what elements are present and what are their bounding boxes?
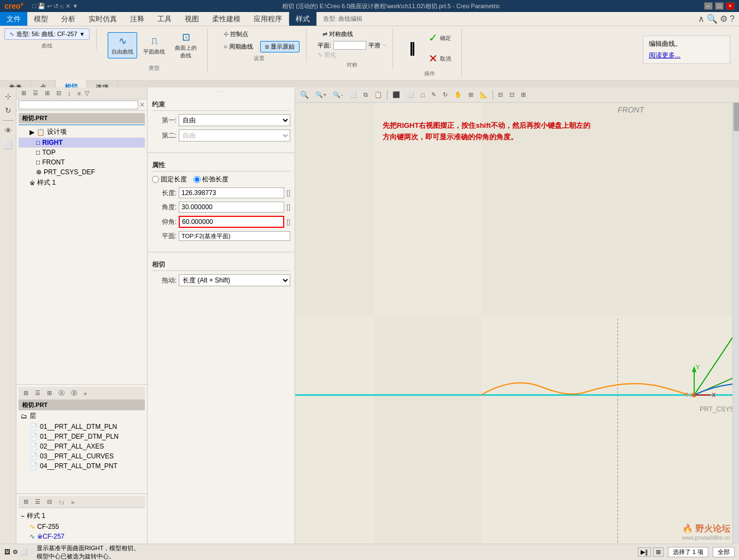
- layer-item-2[interactable]: 📄 01__PRT_DEF_DTM_PLN: [19, 432, 145, 441]
- menu-flexible[interactable]: 柔性建模: [206, 12, 247, 26]
- win-minimize[interactable]: ─: [704, 2, 713, 10]
- menu-view[interactable]: 视图: [178, 12, 206, 26]
- status-icon-3[interactable]: ⬜: [20, 549, 28, 556]
- win-close[interactable]: ✕: [726, 2, 735, 10]
- help-icon[interactable]: ?: [730, 14, 735, 24]
- vp-paste[interactable]: 📋: [372, 90, 385, 99]
- scrollbar-thumb[interactable]: [734, 98, 739, 131]
- layer-tb-grid[interactable]: ⊞: [44, 388, 55, 398]
- confirm-btn[interactable]: ✓ 确定: [425, 28, 455, 47]
- first-select[interactable]: 自由 法向 相切: [179, 114, 290, 126]
- layer-tree-header[interactable]: 相切.PRT: [19, 400, 145, 410]
- rotate-btn[interactable]: ↻: [2, 104, 15, 117]
- layer-item-3[interactable]: 📄 02__PRT_ALL_AXES: [19, 441, 145, 451]
- show-origin-btn[interactable]: ⧈ 显示原始: [260, 41, 300, 52]
- plane-curve-btn[interactable]: ⎍ 平面曲线: [139, 33, 169, 58]
- layer-tb-list[interactable]: ☰: [32, 388, 43, 398]
- tree-item-right[interactable]: □ RIGHT: [19, 138, 145, 148]
- menu-simulation[interactable]: 实时仿真: [82, 12, 124, 26]
- layer-item-1[interactable]: 📄 01__PRT_ALL_DTM_PLN: [19, 422, 145, 432]
- tree-item-design[interactable]: ▶ 📋 设计项: [19, 126, 145, 138]
- tree-tb-filter[interactable]: ⊟: [54, 89, 64, 98]
- vp-pan[interactable]: ✋: [451, 90, 465, 99]
- layer-tb-more[interactable]: »: [81, 389, 90, 398]
- model-tree-header[interactable]: 相切.PRT: [19, 113, 145, 123]
- surface-curve-btn[interactable]: ⊡ 曲面上的 曲线: [171, 28, 201, 62]
- cm-btn2[interactable]: ☰: [32, 497, 43, 506]
- cm-btn1[interactable]: ⊞: [21, 497, 31, 506]
- layer-section-label[interactable]: 🗂 层: [19, 410, 145, 422]
- status-btn-2[interactable]: ⊞: [653, 547, 664, 557]
- tree-item-prt-csys[interactable]: ⊕ PRT_CSYS_DEF: [19, 167, 145, 177]
- vp-ortho[interactable]: ⊞: [518, 90, 529, 99]
- pause-btn[interactable]: ‖: [404, 38, 420, 58]
- loose-length-radio-label[interactable]: 松弛长度: [193, 175, 228, 184]
- style-curve-label[interactable]: ~ 样式 1: [19, 510, 145, 522]
- control-point-btn[interactable]: ⊹ 控制点: [219, 28, 253, 40]
- window-controls[interactable]: ─ □ ✕: [704, 2, 735, 10]
- search-icon[interactable]: 🔍: [707, 14, 718, 24]
- status-btn-1[interactable]: ▶‖: [638, 547, 651, 557]
- vp-shade[interactable]: ⬛: [390, 90, 403, 99]
- win-maximize[interactable]: □: [715, 2, 724, 10]
- drag-select[interactable]: 长度 (Alt + Shift) 角度 仰角: [179, 274, 290, 286]
- tree-tb-expand[interactable]: ⊞: [19, 89, 29, 98]
- sym-curve-btn[interactable]: ⇌ 对称曲线: [318, 28, 358, 40]
- vp-hidden[interactable]: □: [418, 91, 427, 99]
- vp-multi[interactable]: ⊟: [495, 90, 506, 99]
- layer-item-5[interactable]: 📄 04__PRT_ALL_DTM_PNT: [19, 461, 145, 471]
- settings-icon[interactable]: ⚙: [720, 14, 728, 24]
- angle-input[interactable]: [179, 202, 284, 213]
- tree-item-top[interactable]: □ TOP: [19, 148, 145, 157]
- vp-zoom-fit[interactable]: 🔍: [297, 90, 312, 100]
- fixed-length-radio-label[interactable]: 固定长度: [152, 175, 187, 184]
- cm-btn3[interactable]: ⊟: [44, 497, 55, 506]
- curve-selector-arrow[interactable]: ▼: [79, 31, 85, 37]
- layer-tb-expand[interactable]: ⊞: [21, 388, 31, 398]
- menu-analysis[interactable]: 分析: [55, 12, 82, 26]
- vp-edit[interactable]: ✎: [429, 90, 439, 99]
- vp-copy[interactable]: ⧉: [361, 90, 371, 99]
- layer-tb-a[interactable]: Ⓐ: [56, 388, 67, 398]
- cancel-btn[interactable]: ✕ 取消: [425, 49, 455, 68]
- second-select[interactable]: 自由: [179, 129, 290, 142]
- vp-grid[interactable]: ⊞: [466, 90, 476, 99]
- vp-zoom-in[interactable]: 🔍+: [313, 90, 329, 99]
- free-curve-btn[interactable]: ∿ 自由曲线: [108, 32, 137, 58]
- status-icon-1[interactable]: 🖼: [4, 549, 10, 556]
- flat-input[interactable]: [333, 41, 366, 50]
- tree-item-front[interactable]: □ FRONT: [19, 157, 145, 167]
- menu-tools[interactable]: 工具: [151, 12, 178, 26]
- menu-annotation[interactable]: 注释: [124, 12, 151, 26]
- layer-tb-b[interactable]: Ⓑ: [68, 388, 80, 398]
- elevation-input[interactable]: [179, 216, 284, 228]
- vp-wireframe[interactable]: ⬜: [404, 90, 417, 99]
- tree-tb-more[interactable]: ≡: [75, 89, 84, 98]
- nav-up-icon[interactable]: ∧: [698, 14, 705, 24]
- tree-tb-list[interactable]: ☰: [30, 89, 41, 98]
- filter-clear-btn[interactable]: ✕: [139, 101, 145, 109]
- plane-input[interactable]: [179, 231, 290, 241]
- vp-rotate[interactable]: ↻: [440, 90, 450, 99]
- circle-curve-btn[interactable]: ○ 周期曲线: [219, 41, 258, 52]
- loose-length-radio[interactable]: [193, 176, 201, 183]
- status-icon-2[interactable]: ⚙: [13, 549, 18, 556]
- view-btn[interactable]: 👁: [2, 124, 15, 137]
- vertical-scrollbar[interactable]: [732, 87, 739, 544]
- layer-item-4[interactable]: 📄 03__PRT_ALL_CURVES: [19, 451, 145, 461]
- vp-zoom-out[interactable]: 🔍-: [330, 90, 345, 99]
- menu-application[interactable]: 应用程序: [247, 12, 289, 26]
- tree-tb-grid[interactable]: ⊞: [42, 89, 52, 98]
- fixed-length-radio[interactable]: [152, 176, 159, 183]
- menu-style[interactable]: 样式: [289, 12, 316, 26]
- vp-zoom-box[interactable]: ⬜: [347, 90, 360, 99]
- vp-single[interactable]: ⊡: [507, 90, 517, 99]
- plane-btn[interactable]: ⬜: [2, 138, 15, 151]
- cf255-item[interactable]: ∿ CF-255: [19, 522, 145, 532]
- select-btn[interactable]: ⊹: [2, 90, 15, 103]
- vp-measure[interactable]: 📐: [477, 90, 490, 99]
- tree-item-style1[interactable]: ※ 样式 1: [19, 177, 145, 188]
- filter-input[interactable]: [19, 101, 138, 109]
- read-more-link[interactable]: 阅读更多...: [649, 51, 681, 59]
- curve-selector[interactable]: ∿ 造型: 56: 曲线: CF-257 ▼: [4, 28, 90, 40]
